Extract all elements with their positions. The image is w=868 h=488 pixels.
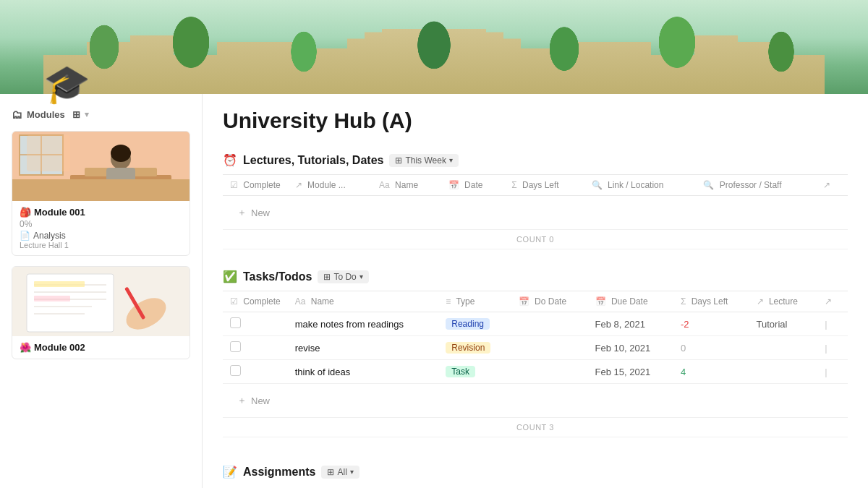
lectures-filter[interactable]: ⊞ This Week ▾ (389, 154, 458, 167)
task-type-1: Revision (438, 336, 511, 360)
modules-grid-icon[interactable]: ⊞ (72, 109, 80, 120)
task-checkbox-1[interactable] (223, 336, 288, 360)
lectures-title: Lectures, Tutorials, Dates (243, 154, 383, 167)
th-complete-tasks: ☑ Complete (223, 291, 288, 312)
lectures-new-button[interactable]: ＋ New (230, 201, 841, 224)
tasks-new-button[interactable]: ＋ New (230, 389, 841, 412)
tasks-header-row: ☑ Complete Aa Name ≡ Type 📅 Do Date 📅 Du… (223, 291, 848, 312)
sidebar: 🗂 Modules ⊞ ▾ (0, 94, 203, 488)
th-duedate-tasks: 📅 Due Date (588, 291, 673, 312)
modules-label: Modules (27, 109, 65, 120)
th-days-left: Σ Days Left (504, 175, 584, 196)
module-001-pct: 0% (20, 219, 182, 229)
th-extra: ↗ (816, 175, 848, 196)
task-row-2: think of ideas Task Feb 15, 2021 4 | (223, 360, 848, 384)
task-dodate-2 (511, 360, 588, 384)
main-content: University Hub (A) ⏰ Lectures, Tutorials… (203, 94, 868, 488)
th-professor: 🔍 Professor / Staff (696, 175, 816, 196)
module-001-name: 🎒 Module 001 (20, 207, 182, 218)
task-duedate-0: Feb 8, 2021 (588, 312, 673, 336)
lectures-section: ⏰ Lectures, Tutorials, Dates ⊞ This Week… (223, 153, 848, 249)
task-lecture-2 (749, 360, 818, 384)
grid-icon-assignments: ⊞ (327, 467, 334, 477)
grid-icon: ⊞ (395, 155, 402, 166)
checkbox-2[interactable] (230, 365, 241, 376)
tasks-filter[interactable]: ⊞ To Do ▾ (318, 270, 368, 283)
tasks-count-row: COUNT 3 (223, 418, 848, 437)
chevron-assignments-icon: ▾ (350, 468, 354, 476)
modules-section-header: 🗂 Modules ⊞ ▾ (12, 108, 190, 121)
th-lecture-tasks: ↗ Lecture (749, 291, 818, 312)
assignments-section: 📝 Assignments ⊞ All ▾ (223, 458, 848, 479)
task-name-1: revise (288, 336, 439, 360)
th-name-tasks: Aa Name (288, 291, 439, 312)
svg-rect-8 (106, 168, 135, 186)
lectures-header-row: ☑ Complete ↗ Module ... Aa Name 📅 Date Σ… (223, 175, 848, 196)
task-type-0: Reading (438, 312, 511, 336)
task-daysleft-1: 0 (673, 336, 749, 360)
svg-rect-20 (34, 281, 85, 287)
lectures-icon: ⏰ (223, 153, 237, 167)
task-type-2: Task (438, 360, 511, 384)
assignments-section-title: 📝 Assignments ⊞ All ▾ (223, 465, 848, 479)
task-daysleft-2: 4 (673, 360, 749, 384)
tasks-section: ✅ Tasks/Todos ⊞ To Do ▾ ☑ Complete Aa Na… (223, 270, 848, 437)
tasks-new-row[interactable]: ＋ New (223, 384, 848, 418)
task-row-1: revise Revision Feb 10, 2021 0 | (223, 336, 848, 360)
lectures-table: ☑ Complete ↗ Module ... Aa Name 📅 Date Σ… (223, 174, 848, 249)
module-001-location: Lecture Hall 1 (20, 241, 182, 249)
assignments-title: Assignments (243, 466, 315, 479)
th-type-tasks: ≡ Type (438, 291, 511, 312)
tasks-icon: ✅ (223, 270, 237, 283)
task-checkbox-2[interactable] (223, 360, 288, 384)
module-002-image (12, 267, 190, 336)
task-extra-0: | (817, 312, 848, 336)
task-name-0: make notes from readings (288, 312, 439, 336)
tasks-title: Tasks/Todos (243, 270, 312, 283)
modules-chevron-icon[interactable]: ▾ (85, 110, 89, 119)
th-date: 📅 Date (441, 175, 504, 196)
task-type-tag-2: Task (446, 366, 475, 377)
svg-point-9 (111, 145, 131, 162)
task-checkbox-0[interactable] (223, 312, 288, 336)
lectures-new-row[interactable]: ＋ New (223, 196, 848, 230)
task-dodate-0 (511, 312, 588, 336)
module-card-001[interactable]: 🎒 Module 001 0% 📄 Analysis Lecture Hall … (12, 131, 190, 256)
checkbox-1[interactable] (230, 341, 241, 352)
th-extra-tasks: ↗ (817, 291, 848, 312)
plus-icon: ＋ (237, 206, 247, 219)
assignments-icon: 📝 (223, 465, 237, 479)
module-002-name: 🌺 Module 002 (20, 342, 182, 353)
grad-cap-icon: 🎓 (43, 65, 90, 103)
checkbox-0[interactable] (230, 317, 241, 328)
module-001-file: 📄 Analysis (20, 231, 182, 241)
tasks-count: COUNT 3 (223, 418, 848, 437)
tasks-section-title: ✅ Tasks/Todos ⊞ To Do ▾ (223, 270, 848, 283)
task-type-tag-0: Reading (446, 318, 490, 330)
th-name: Aa Name (372, 175, 441, 196)
task-lecture-0: Tutorial (749, 312, 818, 336)
task-duedate-1: Feb 10, 2021 (588, 336, 673, 360)
chevron-tasks-icon: ▾ (359, 273, 363, 281)
task-type-tag-1: Revision (446, 342, 490, 354)
module-002-icon: 🌺 (20, 342, 31, 353)
tasks-table: ☑ Complete Aa Name ≡ Type 📅 Do Date 📅 Du… (223, 291, 848, 437)
task-name-2: think of ideas (288, 360, 439, 384)
chevron-icon: ▾ (449, 156, 453, 164)
svg-rect-0 (12, 132, 190, 201)
th-complete: ☑ Complete (223, 175, 288, 196)
task-lecture-1 (749, 336, 818, 360)
module-001-body: 🎒 Module 001 0% 📄 Analysis Lecture Hall … (12, 201, 190, 255)
hero-banner: 🎓 (0, 0, 868, 94)
svg-rect-10 (12, 186, 190, 201)
th-link: 🔍 Link / Location (584, 175, 697, 196)
th-module: ↗ Module ... (288, 175, 372, 196)
th-daysleft-tasks: Σ Days Left (673, 291, 749, 312)
module-card-002[interactable]: 🌺 Module 002 (12, 266, 190, 359)
assignments-filter[interactable]: ⊞ All ▾ (321, 466, 359, 479)
grid-icon-tasks: ⊞ (323, 272, 331, 282)
module-001-icon: 🎒 (20, 207, 31, 218)
task-dodate-1 (511, 336, 588, 360)
svg-rect-21 (34, 296, 70, 301)
module-001-image (12, 132, 190, 201)
